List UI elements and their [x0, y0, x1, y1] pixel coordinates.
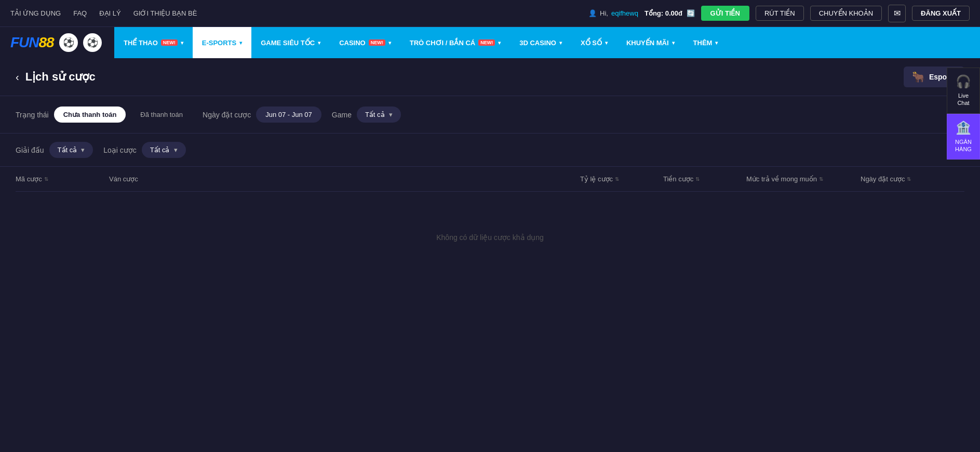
chevron-down-icon: ▾ [239, 40, 242, 46]
game-select[interactable]: Tất cả ▾ [357, 107, 401, 123]
da-thanh-toan-button[interactable]: Đã thanh toán [131, 107, 192, 123]
team-badge-newcastle: ⚽ [59, 33, 78, 52]
chevron-down-icon: ▾ [559, 40, 562, 46]
col-tien-cuoc: Tiền cược ⇅ [663, 175, 746, 183]
chuyen-khoan-button[interactable]: CHUYỂN KHOẢN [810, 6, 882, 21]
bull-icon: 🐂 [912, 71, 925, 83]
nav-item-game-sieu-toc[interactable]: GAME SIÊU TỐC ▾ [251, 27, 330, 58]
nav-item-3d-casino[interactable]: 3D CASINO ▾ [510, 27, 571, 58]
bank-widget[interactable]: 🏦 NGÂN HÀNG [947, 114, 980, 160]
logo[interactable]: FUN88 [10, 34, 54, 51]
nav-label-esports: E-SPORTS [202, 39, 236, 47]
sort-icon[interactable]: ⇅ [44, 176, 48, 182]
filter-giai-dau: Giải đấu Tất cả ▾ [16, 142, 93, 158]
nav-items: THỂ THAO NEW! ▾ E-SPORTS ▾ GAME SIÊU TỐC… [114, 27, 980, 58]
sort-icon[interactable]: ⇅ [695, 176, 700, 182]
col-ty-le-cuoc-label: Tỷ lệ cược [580, 175, 613, 183]
nav-item-esports[interactable]: E-SPORTS ▾ [193, 27, 251, 58]
filters-row-2: Giải đấu Tất cả ▾ Loại cược Tất cả ▾ [0, 134, 980, 167]
chevron-down-icon: ▾ [174, 146, 178, 154]
chevron-down-icon: ▾ [715, 40, 718, 46]
faq-link[interactable]: FAQ [73, 9, 87, 17]
nav-label-tro-choi-ban-ca: TRÒ CHƠI / BẮN CÁ [410, 39, 475, 47]
giai-dau-label: Giải đấu [16, 146, 44, 154]
nav-badge-the-thao: NEW! [161, 39, 178, 46]
nav-item-them[interactable]: THÊM ▾ [684, 27, 728, 58]
col-ngay-dat-cuoc: Ngày đặt cược ⇅ [861, 175, 964, 183]
filter-loai-cuoc: Loại cược Tất cả ▾ [103, 142, 185, 158]
refresh-icon[interactable]: 🔄 [687, 9, 695, 17]
nav-label-3d-casino: 3D CASINO [519, 39, 556, 47]
nav-item-tro-choi-ban-ca[interactable]: TRÒ CHƠI / BẮN CÁ NEW! ▾ [400, 27, 510, 58]
nav-label-casino: CASINO [339, 39, 366, 47]
filters-row-1: Trạng thái Chưa thanh toán Đã thanh toán… [0, 96, 980, 134]
nav-item-the-thao[interactable]: THỂ THAO NEW! ▾ [114, 27, 193, 58]
nav-label-xo-so: XỔ SỐ [581, 39, 602, 47]
nav-item-khuyen-mai[interactable]: KHUYẾN MÃI ▾ [617, 27, 684, 58]
date-range-button[interactable]: Jun 07 - Jun 07 [256, 107, 321, 123]
dang-xuat-button[interactable]: ĐĂNG XUẤT [912, 6, 970, 21]
chevron-down-icon: ▾ [672, 40, 675, 46]
col-muc-tra-ve: Mức trả về mong muốn ⇅ [746, 175, 861, 183]
user-icon: 👤 [588, 9, 597, 17]
sort-icon[interactable]: ⇅ [907, 176, 911, 182]
chevron-down-icon: ▾ [605, 40, 608, 46]
logo-area: FUN88 ⚽ ⚽ [0, 27, 114, 58]
gioi-thieu-link[interactable]: GIỚI THIỆU BẠN BÈ [133, 9, 197, 17]
sort-icon[interactable]: ⇅ [819, 176, 823, 182]
top-bar-right: 👤 Hi, eqifhewq Tổng: 0.00đ 🔄 GỬI TIỀN RÚ… [588, 5, 970, 22]
user-info: 👤 Hi, eqifhewq [588, 9, 638, 17]
headset-icon: 🎧 [956, 74, 971, 89]
chevron-down-icon: ▾ [389, 111, 393, 118]
loai-cuoc-value: Tất cả [150, 146, 170, 154]
chevron-down-icon: ▾ [81, 146, 85, 154]
col-ty-le-cuoc: Tỷ lệ cược ⇅ [580, 175, 663, 183]
chua-thanh-toan-button[interactable]: Chưa thanh toán [54, 107, 126, 123]
giai-dau-select[interactable]: Tất cả ▾ [49, 142, 93, 158]
top-bar: TẢI ỨNG DỤNG FAQ ĐẠI LÝ GIỚI THIỆU BẠN B… [0, 0, 980, 27]
right-widgets: 🎧 Live Chat 🏦 NGÂN HÀNG [947, 68, 980, 159]
tai-ung-dung-link[interactable]: TẢI ỨNG DỤNG [10, 9, 61, 17]
table-header: Mã cược ⇅ Ván cược Tỷ lệ cược ⇅ Tiền cượ… [16, 167, 964, 192]
trang-thai-label: Trạng thái [16, 111, 49, 119]
greeting-text: Hi, [600, 9, 608, 17]
dai-ly-link[interactable]: ĐẠI LÝ [99, 9, 121, 17]
message-icon-button[interactable]: ✉ [888, 5, 906, 22]
top-bar-left: TẢI ỨNG DỤNG FAQ ĐẠI LÝ GIỚI THIỆU BẠN B… [10, 9, 197, 17]
main-content: ‹ Lịch sử cược 🐂 Esports Trạng thái Chưa… [0, 58, 980, 452]
live-chat-widget[interactable]: 🎧 Live Chat [947, 68, 980, 114]
loai-cuoc-select[interactable]: Tất cả ▾ [142, 142, 186, 158]
sort-icon[interactable]: ⇅ [615, 176, 619, 182]
col-ma-cuoc: Mã cược ⇅ [16, 175, 109, 183]
game-value: Tất cả [365, 111, 385, 118]
username-text: eqifhewq [611, 9, 638, 17]
total-info: Tổng: 0.00đ 🔄 [645, 9, 695, 17]
loai-cuoc-label: Loại cược [103, 146, 137, 154]
nav-badge-casino: NEW! [369, 39, 385, 46]
page-header-left: ‹ Lịch sử cược [16, 70, 96, 84]
page-title: Lịch sử cược [25, 70, 96, 84]
rut-tien-button[interactable]: RÚT TIỀN [756, 6, 804, 21]
nav-bar: FUN88 ⚽ ⚽ THỂ THAO NEW! ▾ E-SPORTS ▾ GAM… [0, 27, 980, 58]
nav-badge-tro-choi: NEW! [478, 39, 495, 46]
chevron-down-icon: ▾ [498, 40, 501, 46]
nav-label-game-sieu-toc: GAME SIÊU TỐC [261, 39, 315, 47]
ngay-dat-cuoc-label: Ngày đặt cược [203, 111, 251, 119]
nav-item-casino[interactable]: CASINO NEW! ▾ [330, 27, 400, 58]
page-header: ‹ Lịch sử cược 🐂 Esports [0, 58, 980, 96]
filter-game: Game Tất cả ▾ [332, 107, 401, 123]
col-muc-tra-ve-label: Mức trả về mong muốn [746, 175, 817, 183]
team-badge-tottenham: ⚽ [83, 33, 102, 52]
chevron-down-icon: ▾ [181, 40, 183, 46]
gui-tien-button[interactable]: GỬI TIỀN [701, 6, 749, 21]
back-button[interactable]: ‹ [16, 71, 19, 83]
nav-label-the-thao: THỂ THAO [124, 39, 158, 47]
table-section: Mã cược ⇅ Ván cược Tỷ lệ cược ⇅ Tiền cượ… [0, 167, 980, 283]
nav-item-xo-so[interactable]: XỔ SỐ ▾ [571, 27, 617, 58]
col-van-cuoc-label: Ván cược [109, 175, 138, 183]
chevron-down-icon: ▾ [388, 40, 391, 46]
bank-label: NGÂN HÀNG [951, 138, 975, 153]
nav-label-them: THÊM [693, 39, 713, 47]
filter-trang-thai: Trạng thái Chưa thanh toán Đã thanh toán [16, 107, 192, 123]
col-tien-cuoc-label: Tiền cược [663, 175, 693, 183]
